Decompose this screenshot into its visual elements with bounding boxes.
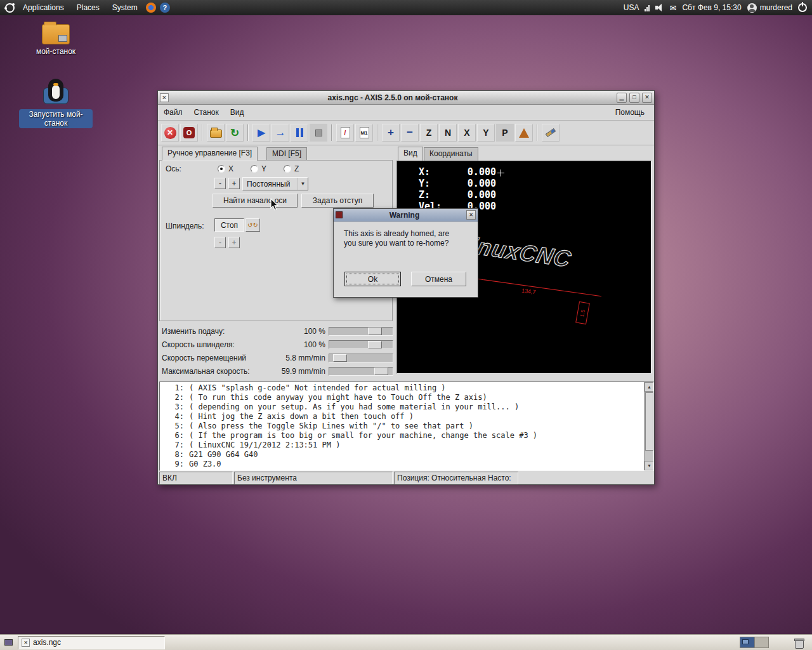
menu-applications[interactable]: Applications (18, 0, 69, 15)
gcode-scrollbar[interactable]: ▲ ▼ (644, 382, 653, 470)
view-y-button[interactable]: Y (477, 124, 495, 142)
volume-icon[interactable] (655, 4, 664, 11)
dro-readout: X:0.000 Y:0.000 Z:0.000 Vel:0.000 (419, 166, 496, 212)
run-program-button[interactable]: ▶ (252, 124, 270, 142)
view-z2-button[interactable]: N (439, 124, 457, 142)
slider-handle[interactable] (368, 341, 382, 348)
gcode-line[interactable]: 8:G21 G90 G64 G40 (160, 450, 643, 460)
home-axis-button[interactable]: Найти начало оси (213, 194, 298, 208)
rotate-view-button[interactable] (515, 124, 533, 142)
spindle-plus-button[interactable]: + (228, 237, 240, 248)
tab-mdi[interactable]: MDI [F5] (266, 147, 307, 161)
menu-places[interactable]: Places (72, 0, 104, 15)
touch-off-button[interactable]: Задать отступ (301, 194, 374, 208)
dialog-titlebar[interactable]: Warning ✕ (334, 209, 478, 222)
jog-speed-slider[interactable] (329, 354, 393, 362)
spindle-stop-button[interactable]: Стоп (214, 218, 244, 232)
reload-file-button[interactable]: ↻ (226, 124, 244, 142)
tab-dro[interactable]: Координаты (424, 147, 478, 161)
mail-icon[interactable]: ✉ (669, 3, 676, 13)
gcode-line[interactable]: 5:( Also press the Toggle Skip Lines wit… (160, 421, 643, 431)
scroll-down-icon[interactable]: ▼ (645, 461, 654, 470)
gcode-line[interactable]: 1:( AXIS "splash g-code" Not intended fo… (160, 383, 643, 393)
radio-axis-y[interactable] (251, 165, 258, 173)
menu-system[interactable]: System (108, 0, 142, 15)
distro-logo-icon[interactable] (5, 3, 15, 13)
gcode-listing[interactable]: 1:( AXIS "splash g-code" Not intended fo… (159, 381, 654, 471)
help-icon[interactable]: ? (160, 3, 170, 13)
cancel-button[interactable]: Отмена (411, 272, 466, 286)
slider-handle[interactable] (368, 328, 382, 335)
feed-override-slider[interactable] (329, 327, 393, 336)
tab-manual-control[interactable]: Ручное управление [F3] (162, 147, 258, 161)
radio-axis-x[interactable] (218, 165, 225, 173)
desktop-icon-launcher[interactable]: Запустить мой-станок (18, 79, 94, 128)
toolbar-separator (377, 124, 378, 141)
spindle-turn-button[interactable]: ↺↻ (246, 218, 260, 232)
keyboard-layout-indicator[interactable]: USA (624, 3, 639, 12)
workspace-1[interactable] (740, 637, 754, 647)
zoom-out-button[interactable]: − (401, 124, 419, 142)
workspace-switcher[interactable] (740, 637, 769, 648)
jog-minus-button[interactable]: - (214, 178, 226, 189)
gcode-line-text: ( If the program is too big or small for… (189, 431, 537, 441)
pause-icon (296, 128, 303, 137)
spindle-minus-button[interactable]: - (214, 237, 226, 248)
maximize-button[interactable]: □ (629, 93, 639, 103)
gcode-line[interactable]: 2:( To run this code anyway you might ha… (160, 393, 643, 402)
gcode-line[interactable]: 3:( depending on your setup. As if you h… (160, 402, 643, 412)
max-velocity-row: Максимальная скорость: 59.9 mm/min (162, 366, 391, 376)
radio-axis-z[interactable] (284, 165, 291, 173)
show-desktop-button[interactable] (1, 636, 15, 649)
stop-program-button[interactable] (310, 124, 327, 142)
estop-button[interactable]: ✕ (161, 124, 179, 142)
machine-power-button[interactable]: O (180, 124, 198, 142)
workspace-2[interactable] (754, 637, 768, 647)
zoom-in-button[interactable]: + (382, 124, 400, 142)
gcode-line-text: ( Hint jog the Z axis down a bit then to… (189, 412, 414, 421)
gcode-line[interactable]: 6:( If the program is too big or small f… (160, 431, 643, 441)
slider-handle[interactable] (333, 354, 347, 362)
dialog-close-icon[interactable]: ✕ (466, 210, 476, 220)
trash-icon[interactable] (794, 638, 803, 647)
desktop-icon-folder[interactable]: мой-станок (18, 24, 94, 56)
power-icon[interactable] (798, 3, 807, 12)
spindle-override-value: 100 % (251, 340, 325, 349)
view-x-button[interactable]: X (458, 124, 476, 142)
user-menu[interactable]: murdered (747, 3, 792, 13)
radio-axis-y-label: Y (261, 164, 266, 173)
tab-preview[interactable]: Вид (398, 147, 423, 161)
step-icon: → (275, 126, 286, 139)
step-program-button[interactable]: → (272, 124, 289, 142)
gcode-line[interactable]: 7:( LinuxCNC 19/1/2012 2:13:51 PM ) (160, 441, 643, 450)
menu-machine[interactable]: Станок (188, 105, 225, 120)
gcode-line[interactable]: 4:( Hint jog the Z axis down a bit then … (160, 412, 643, 421)
menu-help[interactable]: Помощь (610, 105, 650, 120)
menu-view[interactable]: Вид (225, 105, 250, 120)
view-z-button[interactable]: Z (420, 124, 438, 142)
spindle-override-slider[interactable] (329, 340, 393, 349)
ok-button[interactable]: Ok (344, 272, 401, 286)
view-perspective-button[interactable]: P (496, 124, 514, 142)
firefox-icon[interactable] (146, 3, 156, 13)
taskbar-item-axis[interactable]: ✕ axis.ngc (18, 636, 165, 649)
status-position-mode: Позиция: Относительная Насто: (394, 472, 518, 484)
minimize-button[interactable]: ▁ (617, 93, 627, 103)
window-titlebar[interactable]: ✕ axis.ngc - AXIS 2.5.0 on мой-станок ▁ … (158, 91, 654, 105)
max-velocity-slider[interactable] (329, 367, 393, 376)
scroll-up-icon[interactable]: ▲ (645, 382, 654, 392)
menu-file[interactable]: Файл (158, 105, 188, 120)
slider-handle[interactable] (374, 368, 388, 375)
scrollbar-thumb[interactable] (645, 392, 653, 451)
gcode-line[interactable]: 9:G0 Z3.0 (160, 460, 643, 469)
jog-plus-button[interactable]: + (228, 178, 240, 189)
network-icon[interactable] (645, 4, 650, 11)
clock[interactable]: Сбт Фев 9, 15:30 (682, 3, 741, 12)
clear-plot-button[interactable] (542, 124, 560, 142)
close-button[interactable]: ✕ (642, 93, 652, 103)
toggle-skip-lines-button[interactable]: / (336, 124, 354, 142)
pause-program-button[interactable] (291, 124, 308, 142)
jog-mode-select[interactable]: Постоянный ▼ (242, 177, 308, 190)
optional-pause-button[interactable]: M1 (355, 124, 373, 142)
open-file-button[interactable] (207, 124, 225, 142)
